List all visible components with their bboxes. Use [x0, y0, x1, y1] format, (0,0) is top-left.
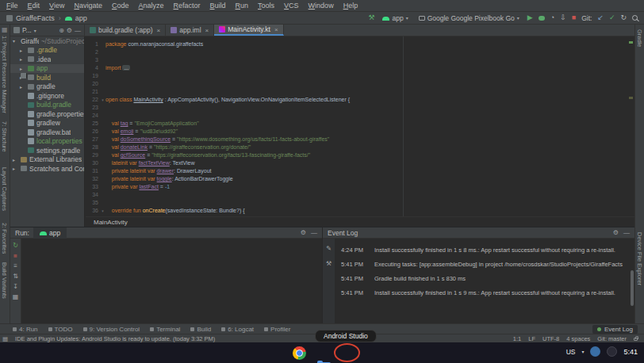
code-line[interactable]: 26 val emoji = "\ud83e\udd92": [86, 128, 634, 136]
code-line[interactable]: 20: [86, 80, 634, 88]
tree-item-gradlew[interactable]: gradlew: [10, 119, 84, 128]
power-icon[interactable]: [607, 346, 617, 357]
code-line[interactable]: 19: [86, 72, 634, 80]
code-line[interactable]: 23: [86, 104, 634, 112]
tree-item-gitignore[interactable]: .gitignore: [10, 91, 84, 101]
run-console-output[interactable]: [21, 239, 322, 323]
build-hammer-icon[interactable]: ⚒: [368, 14, 374, 21]
menu-window[interactable]: Window: [309, 2, 334, 10]
stripe-button-resource-manager[interactable]: Resource Manager: [1, 63, 8, 113]
code-line[interactable]: 4import ...: [86, 64, 634, 72]
menu-help[interactable]: Help: [343, 2, 358, 10]
tree-item-build-gradle[interactable]: build.gradle: [10, 101, 84, 110]
line-number[interactable]: 20: [86, 80, 100, 88]
hide-panel-icon[interactable]: —: [75, 27, 81, 34]
tab-mainactivity-kt[interactable]: MainActivity.kt×: [214, 25, 283, 36]
code-line[interactable]: 33 private var lastFact = -1: [86, 183, 634, 191]
code-line[interactable]: 24: [86, 112, 634, 120]
toolwindow-button-9-version-control[interactable]: 9: Version Control: [83, 326, 140, 333]
edit-pencil-icon[interactable]: ✎: [326, 245, 332, 252]
menu-refactor[interactable]: Refactor: [174, 2, 201, 10]
profiler-button[interactable]: ◔: [550, 14, 554, 21]
git-commit-icon[interactable]: ✓: [609, 14, 615, 21]
device-select[interactable]: Google Google Pixelbook Go ▾: [416, 13, 522, 23]
attach-debugger-button[interactable]: ⇩: [560, 14, 566, 21]
code-line[interactable]: 3: [86, 56, 634, 64]
menu-analyze[interactable]: Analyze: [138, 2, 163, 10]
settings-gear-icon[interactable]: ⚙: [301, 229, 306, 236]
line-number[interactable]: 4: [86, 64, 100, 72]
search-icon[interactable]: [632, 15, 638, 21]
line-ending[interactable]: LF: [528, 335, 535, 342]
breadcrumb-app[interactable]: app: [75, 14, 87, 22]
tree-item-gradle[interactable]: ▸.gradle: [10, 46, 84, 55]
run-configuration-select[interactable]: app ▾: [380, 13, 410, 23]
tree-item-local-properties[interactable]: local.properties: [10, 137, 84, 147]
line-number[interactable]: 31: [86, 167, 100, 175]
system-status-icon[interactable]: [590, 346, 600, 357]
line-number[interactable]: 29: [86, 151, 100, 159]
git-revert-icon[interactable]: ↻: [620, 14, 627, 21]
code-line[interactable]: 36▾ override fun onCreate(savedInstanceS…: [86, 207, 634, 215]
menu-view[interactable]: View: [49, 2, 64, 10]
line-number[interactable]: 19: [86, 72, 100, 80]
readonly-lock-icon[interactable]: [634, 338, 638, 341]
tree-item-app[interactable]: ▸app: [10, 64, 84, 74]
stripe-button-build-variants[interactable]: Build Variants: [1, 262, 8, 299]
tree-item-settings-gradle[interactable]: settings.gradle: [10, 146, 84, 155]
soft-wrap-icon[interactable]: ▦: [13, 293, 19, 300]
file-encoding[interactable]: UTF-8: [542, 335, 559, 342]
menu-run[interactable]: Run: [236, 2, 249, 10]
menu-edit[interactable]: Edit: [28, 2, 40, 10]
line-number[interactable]: 32: [86, 175, 100, 183]
toolwindow-button-6-logcat[interactable]: 6: Logcat: [221, 326, 254, 333]
line-number[interactable]: 22: [86, 96, 100, 104]
line-number[interactable]: 23: [86, 104, 100, 112]
line-number[interactable]: 30: [86, 159, 100, 167]
code-line[interactable]: 22▾open class MainActivity : AppCompatAc…: [86, 96, 634, 104]
code-line[interactable]: 25 val tag = "EmojiCompatApplication": [86, 120, 634, 128]
line-number[interactable]: 26: [86, 128, 100, 136]
stop-icon[interactable]: ■: [13, 252, 17, 259]
run-button[interactable]: ▶: [527, 14, 533, 21]
code-line[interactable]: 29 val gcfSource = "https://giraffeconse…: [86, 151, 634, 159]
line-number[interactable]: 3: [86, 56, 100, 64]
menu-build[interactable]: Build: [210, 2, 226, 10]
line-number[interactable]: 35: [86, 199, 100, 207]
clock[interactable]: 5:41: [623, 348, 638, 356]
menu-file[interactable]: File: [6, 2, 18, 10]
git-update-icon[interactable]: ↙: [597, 14, 604, 21]
run-tab-app[interactable]: app: [33, 227, 67, 239]
line-number[interactable]: 28: [86, 143, 100, 151]
stripe-button-7-structure[interactable]: 7: Structure: [1, 121, 8, 152]
toolwindow-switcher-icon[interactable]: ▦: [2, 335, 8, 342]
chevron-down-icon[interactable]: ▾: [34, 28, 36, 33]
code-line[interactable]: 35: [86, 199, 634, 207]
breadcrumb-project[interactable]: GiraffeFacts: [16, 14, 55, 22]
line-number[interactable]: 21: [86, 88, 100, 96]
settings-gear-icon[interactable]: ⚙: [613, 229, 619, 236]
toolwindow-button-terminal[interactable]: Terminal: [150, 326, 180, 333]
line-number[interactable]: 1: [86, 40, 100, 48]
close-icon[interactable]: ×: [157, 27, 161, 34]
code-editor[interactable]: 1package com.naranjaconsal.giraffefacts2…: [86, 36, 634, 216]
caret-position[interactable]: 1:1: [513, 335, 521, 342]
code-line[interactable]: 31 private lateinit var drawer: DrawerLa…: [86, 167, 634, 175]
list-icon[interactable]: ≡: [13, 262, 17, 269]
stripe-button-gradle[interactable]: Gradle: [636, 29, 643, 48]
git-branch[interactable]: Git: master: [597, 335, 627, 342]
code-line[interactable]: 21: [86, 88, 634, 96]
toolwindow-button-4-run[interactable]: 4: Run: [13, 326, 38, 333]
tab-app-iml[interactable]: app.iml×: [166, 25, 214, 36]
stop-button[interactable]: ■: [572, 14, 576, 21]
code-line[interactable]: 2: [86, 48, 634, 56]
indent-setting[interactable]: 4 spaces: [566, 335, 590, 342]
code-line[interactable]: 28 val donateLink = "https://giraffecons…: [86, 143, 634, 151]
rerun-icon[interactable]: ↻: [13, 242, 18, 249]
menu-navigate[interactable]: Navigate: [74, 2, 102, 10]
locate-file-icon[interactable]: ⊕: [59, 27, 64, 34]
tree-item-gradlew-bat[interactable]: gradlew.bat: [10, 128, 84, 137]
keyboard-layout[interactable]: US: [566, 348, 576, 356]
hide-panel-icon[interactable]: —: [623, 229, 630, 236]
menu-tools[interactable]: Tools: [258, 2, 274, 10]
